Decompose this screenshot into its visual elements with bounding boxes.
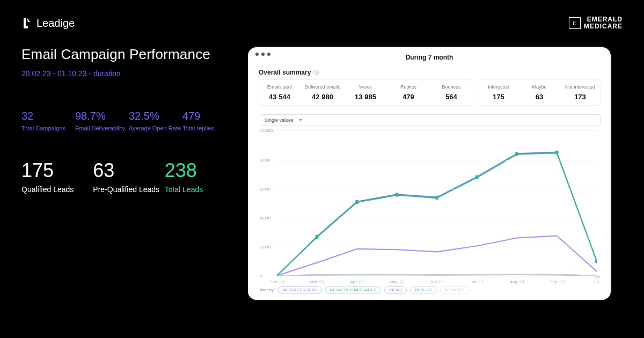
- y-tick-label: 8,000: [260, 157, 270, 162]
- metric-value: 98.7%: [75, 110, 129, 122]
- metric-value: 32.5%: [129, 110, 182, 122]
- dropdown-label: Single values: [265, 117, 294, 123]
- brand-logo-left: Leadige: [21, 17, 75, 30]
- x-tick-label: May '23: [390, 280, 405, 284]
- line-chart: [277, 130, 597, 276]
- metric-label: Email Deliverability: [75, 124, 129, 132]
- chart-area: 02,0004,0006,0008,00010,000Feb '23Mar '2…: [260, 130, 599, 283]
- filter-label: filter by:: [260, 288, 275, 292]
- chevron-down-icon: [299, 119, 302, 121]
- x-tick-label: Apr '23: [350, 280, 363, 284]
- stat-views: Views13 985: [344, 80, 387, 105]
- metrics-large-row: 175 Qualified Leads 63 Pre-Qualified Lea…: [21, 159, 236, 194]
- metric-qualified-leads: 175 Qualified Leads: [21, 159, 93, 194]
- series-line: [277, 153, 597, 276]
- summary-panel: During 7 month Overall summary i Emails …: [247, 46, 612, 301]
- metric-label: Pre-Qualified Leads: [93, 185, 164, 194]
- metric-prequalified-leads: 63 Pre-Qualified Leads: [93, 159, 164, 194]
- x-tick-label: Mar '23: [310, 280, 324, 284]
- y-tick-label: 0: [260, 274, 262, 278]
- series-line: [277, 236, 597, 276]
- y-tick-label: 10,000: [260, 128, 273, 133]
- series-point: [475, 176, 479, 180]
- stats-side-group: Interested175 Maybe63 Not interested173: [478, 79, 601, 106]
- emerald-mark-icon: E: [569, 17, 581, 29]
- metric-value: 479: [182, 110, 236, 122]
- filter-bounces[interactable]: BOUNCES: [440, 286, 470, 293]
- stat-not-interested: Not interested173: [560, 80, 601, 105]
- stat-emails-sent: Emails sent43 544: [258, 80, 301, 105]
- summary-heading-text: Overall summary: [259, 69, 311, 76]
- series-point: [435, 196, 438, 200]
- metric-open-rate: 32.5% Average Open Rate: [129, 110, 182, 132]
- metric-value: 32: [21, 110, 75, 122]
- info-icon[interactable]: i: [313, 70, 319, 75]
- series-point: [396, 194, 399, 197]
- x-tick-label: Feb '23: [270, 280, 284, 284]
- series-point: [316, 236, 319, 239]
- metric-value: 238: [165, 159, 236, 182]
- y-tick-label: 4,000: [260, 215, 270, 220]
- metric-total-leads: 238 Total Leads: [165, 159, 236, 194]
- metric-label: Total Leads: [165, 185, 236, 194]
- filter-row: filter by: MESSAGES SENT DELIVERED MESSA…: [258, 286, 601, 293]
- metric-total-replies: 479 Total replies: [182, 110, 236, 132]
- summary-heading: Overall summary i: [259, 69, 600, 76]
- brand-right-line2: MEDICARE: [584, 23, 623, 30]
- window-dots-icon: [255, 53, 270, 56]
- series-point: [555, 151, 559, 155]
- x-tick-label: Aug '23: [510, 280, 524, 284]
- metric-label: Qualified Leads: [21, 185, 93, 194]
- series-point: [515, 153, 518, 157]
- metric-label: Average Open Rate: [129, 124, 182, 132]
- x-tick-label: Jul '23: [471, 280, 483, 284]
- metric-label: Total replies: [182, 124, 236, 132]
- stat-maybe: Maybe63: [519, 80, 560, 105]
- x-tick-label: Jun '23: [430, 280, 444, 284]
- stat-interested: Interested175: [478, 80, 519, 105]
- metric-value: 63: [93, 159, 164, 182]
- filter-messages-sent[interactable]: MESSAGES SENT: [278, 286, 322, 293]
- filter-replies[interactable]: REPLIES: [410, 286, 437, 293]
- y-tick-label: 6,000: [260, 186, 270, 191]
- series-point: [595, 260, 597, 264]
- metrics-small-row: 32 Total Campaigns 98.7% Email Deliverab…: [21, 110, 236, 132]
- y-tick-label: 2,000: [260, 245, 270, 249]
- metric-deliverability: 98.7% Email Deliverability: [75, 110, 129, 132]
- metric-label: Total Campaigns: [21, 124, 75, 132]
- stat-replies: Replies479: [387, 80, 430, 105]
- brand-logo-right: E EMERALD MEDICARE: [569, 16, 623, 30]
- filter-views[interactable]: VIEWS: [384, 286, 407, 293]
- stat-delivered: Delivered emails42 980: [301, 80, 344, 105]
- leadige-mark-icon: [21, 17, 32, 30]
- filter-delivered[interactable]: DELIVERED MESSAGES: [325, 286, 381, 293]
- chart-mode-dropdown[interactable]: Single values: [260, 114, 601, 126]
- series-line: [277, 152, 597, 276]
- series-point: [355, 201, 358, 204]
- panel-top-title: During 7 month: [258, 54, 601, 61]
- brand-name-left: Leadige: [36, 17, 75, 30]
- stats-main-group: Emails sent43 544 Delivered emails42 980…: [258, 79, 473, 106]
- x-tick-label: Sep '23: [550, 280, 564, 284]
- x-tick-label: Oct '23: [594, 275, 600, 284]
- stat-bounces: Bounces564: [430, 80, 473, 105]
- metric-total-campaigns: 32 Total Campaigns: [21, 110, 75, 132]
- page-title: Email Campaign Performance: [21, 46, 236, 63]
- metric-value: 175: [21, 159, 93, 182]
- date-range: 20.02.23 - 01.10.23 - duration: [21, 69, 236, 78]
